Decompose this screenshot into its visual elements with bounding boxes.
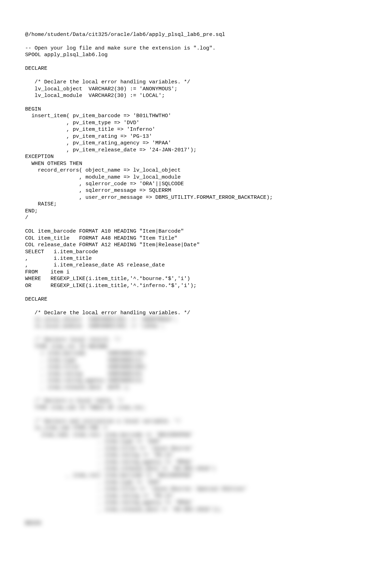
code-block: @/home/student/Data/cit325/oracle/lab6/a…: [25, 31, 345, 316]
code-document: @/home/student/Data/cit325/oracle/lab6/a…: [0, 0, 370, 558]
obscured-code-block: lv_local_object VARCHAR2(30) := 'ANONYMO…: [25, 316, 345, 527]
